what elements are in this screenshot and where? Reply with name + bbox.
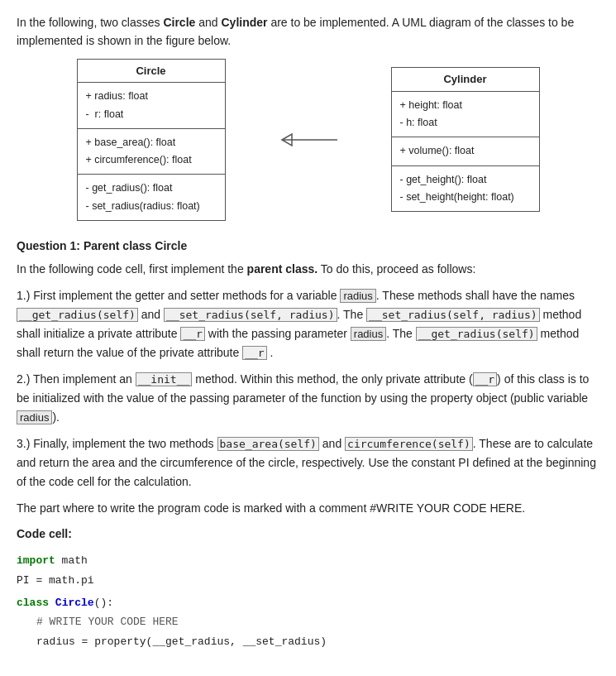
code-line2: PI = math.pi bbox=[17, 571, 599, 590]
uml-circle-method1: + base_area(): float bbox=[86, 134, 217, 151]
step1-attr1: __r bbox=[180, 327, 204, 341]
code-import-rest: math bbox=[55, 554, 88, 567]
code-space1 bbox=[49, 597, 55, 609]
step2-text1: method. Within this method, the only pri… bbox=[192, 372, 472, 386]
code-line4: # WRITE YOUR CODE HERE bbox=[17, 612, 599, 631]
step2-method: __init__ bbox=[136, 372, 193, 386]
uml-cylinder-public-methods: + volume(): float bbox=[392, 137, 539, 165]
step1-method2: __set_radius(self, radius) bbox=[164, 308, 337, 322]
step3-paragraph: 3.) Finally, implement the two methods b… bbox=[17, 434, 599, 491]
step1-text6: . The bbox=[386, 327, 416, 340]
code-import-keyword: import bbox=[17, 554, 55, 567]
step1-text2: and bbox=[138, 308, 164, 321]
intro-text1: In the following, two classes bbox=[17, 16, 163, 29]
uml-cylinder-private-methods: - get_height(): float - set_height(heigh… bbox=[392, 166, 539, 212]
q1-para1-bold: parent class. bbox=[247, 262, 318, 276]
question1-heading: Question 1: Parent class Circle bbox=[17, 237, 599, 255]
code-radius-property: radius = property(__get_radius, __set_ra… bbox=[36, 635, 327, 648]
step3-text1: and bbox=[319, 437, 345, 450]
uml-cylinder-method3: - set_height(height: float) bbox=[400, 189, 531, 206]
intro-text2: and bbox=[195, 16, 221, 29]
code-cell-label: Code cell: bbox=[17, 525, 599, 543]
step2-intro: 2.) Then implement an bbox=[17, 372, 136, 386]
uml-circle-attr2: - r: float bbox=[86, 106, 217, 123]
uml-circle-header: Circle bbox=[78, 60, 225, 84]
code-line1: import math bbox=[17, 551, 599, 570]
code-area: import math PI = math.pi class Circle():… bbox=[17, 548, 599, 654]
step1-text1: . These methods shall have the names bbox=[376, 289, 575, 302]
step1-method1: __get_radius(self) bbox=[17, 308, 138, 322]
uml-cylinder-box: Cylinder + height: float - h: float + vo… bbox=[391, 67, 540, 212]
uml-circle-public-methods: + base_area(): float + circumference(): … bbox=[78, 129, 225, 175]
question1-para1: In the following code cell, first implem… bbox=[17, 260, 599, 278]
step1-attr2: __r bbox=[242, 346, 266, 360]
code-line3: class Circle(): bbox=[17, 593, 599, 612]
code-comment: # WRITE YOUR CODE HERE bbox=[36, 616, 179, 628]
uml-circle-method3: - get_radius(): float bbox=[86, 180, 217, 197]
step3-method2: circumference(self) bbox=[345, 437, 473, 451]
uml-circle-box: Circle + radius: float - r: float + base… bbox=[77, 59, 226, 221]
code-class-parens: (): bbox=[94, 597, 113, 609]
uml-circle-attr1: + radius: float bbox=[86, 88, 217, 105]
step2-radius: radius bbox=[17, 410, 52, 424]
uml-cylinder-attr2: - h: float bbox=[400, 114, 531, 132]
uml-circle-method4: - set_radius(radius: float) bbox=[86, 198, 217, 215]
q1-para1-text: In the following code cell, first implem… bbox=[17, 262, 247, 276]
intro-bold1: Circle bbox=[163, 16, 195, 29]
uml-cylinder-method1: + volume(): float bbox=[400, 142, 531, 160]
uml-arrow-area bbox=[275, 127, 341, 152]
uml-diagram: Circle + radius: float - r: float + base… bbox=[17, 59, 599, 221]
uml-circle-private-methods: - get_radius(): float - set_radius(radiu… bbox=[78, 175, 225, 220]
step1-radius1: radius bbox=[340, 289, 375, 303]
step2-text3: ). bbox=[52, 410, 60, 424]
intro-bold2: Cylinder bbox=[221, 16, 267, 29]
code-class-keyword: class bbox=[17, 597, 49, 609]
q1-para1-end: To do this, proceed as follows: bbox=[318, 262, 475, 276]
note-paragraph: The part where to write the program code… bbox=[17, 499, 599, 517]
code-pi-assignment: PI = math.pi bbox=[17, 574, 94, 587]
uml-inheritance-arrow bbox=[275, 127, 341, 152]
uml-circle-attributes: + radius: float - r: float bbox=[78, 83, 225, 129]
step3-method1: base_area(self) bbox=[217, 437, 319, 451]
step1-text3: . The bbox=[337, 308, 367, 321]
step1-method3: __set_radius(self, radius) bbox=[366, 308, 540, 322]
uml-cylinder-method2: - get_height(): float bbox=[400, 171, 531, 189]
uml-cylinder-attr1: + height: float bbox=[400, 97, 531, 114]
step3-intro: 3.) Finally, implement the two methods bbox=[17, 437, 217, 450]
uml-circle-method2: + circumference(): float bbox=[86, 151, 217, 169]
step1-method4: __get_radius(self) bbox=[416, 327, 537, 341]
uml-cylinder-header: Cylinder bbox=[392, 68, 539, 92]
code-classname-circle: Circle bbox=[55, 597, 94, 609]
step2-attr: __r bbox=[473, 372, 497, 386]
step1-paragraph: 1.) First implement the getter and sette… bbox=[17, 286, 599, 362]
step1-radius2: radius bbox=[351, 327, 386, 341]
uml-cylinder-attributes: + height: float - h: float bbox=[392, 92, 539, 138]
step1-intro: 1.) First implement the getter and sette… bbox=[17, 289, 340, 302]
step1-text5: with the passing parameter bbox=[205, 327, 351, 340]
step1-text8: . bbox=[267, 346, 274, 359]
code-line5: radius = property(__get_radius, __set_ra… bbox=[17, 632, 599, 651]
step2-paragraph: 2.) Then implement an __init__ method. W… bbox=[17, 370, 599, 426]
intro-paragraph: In the following, two classes Circle and… bbox=[17, 13, 599, 50]
